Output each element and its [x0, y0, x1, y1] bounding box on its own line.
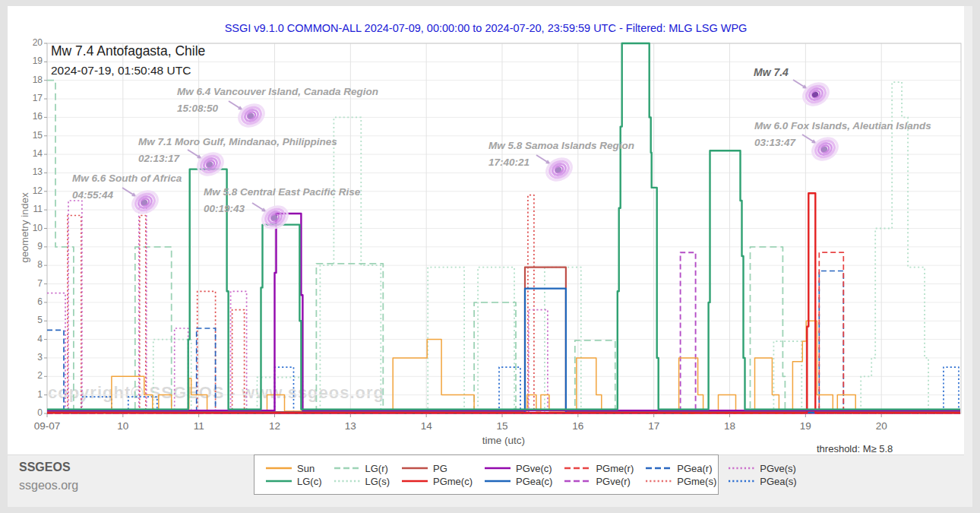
legend-item: PG	[401, 463, 473, 474]
legend-label: PGve(r)	[596, 476, 631, 487]
main-event-callout: Mw 7.4 Antofagasta, Chile 2024-07-19, 01…	[51, 43, 205, 78]
main-event-datetime: 2024-07-19, 01:50:48 UTC	[51, 64, 205, 78]
legend-line-sample	[334, 464, 361, 472]
brand-name: SSGEOS	[19, 461, 71, 474]
legend-item: Sun	[265, 463, 322, 474]
legend-line-sample	[645, 477, 672, 485]
series-PGea(r)	[47, 271, 960, 414]
legend-label: PGme(c)	[433, 476, 473, 487]
earthquake-ripple-icon	[809, 135, 841, 164]
legend-line-sample	[728, 477, 755, 485]
main-event-title: Mw 7.4 Antofagasta, Chile	[51, 43, 205, 59]
x-axis-title: time (utc)	[458, 435, 549, 446]
ssgi-chart-page: SSGI v9.1.0 COMMON-ALL 2024-07-09, 00:00…	[0, 0, 980, 513]
earthquake-ripple-icon	[543, 155, 575, 185]
legend-label: PG	[433, 463, 447, 474]
legend-label: PGme(r)	[596, 463, 634, 474]
legend-item: PGme(s)	[645, 476, 716, 487]
series-LG(s)	[47, 82, 960, 413]
legend-item: PGea(s)	[728, 476, 796, 487]
earthquake-ripple-icon	[259, 203, 291, 233]
legend-line-sample	[564, 477, 591, 485]
series-PGme(r)	[47, 252, 960, 413]
brand-url-link[interactable]: ssgeos.org	[19, 479, 78, 492]
legend-item: PGea(c)	[484, 476, 552, 487]
legend-line-sample	[484, 464, 511, 472]
legend-label: LG(r)	[365, 463, 388, 474]
legend-line-sample	[484, 477, 511, 485]
legend-label: Sun	[297, 463, 315, 474]
legend-item: PGea(r)	[645, 463, 716, 474]
legend-label: PGea(c)	[516, 476, 552, 487]
series-Sun	[47, 321, 960, 411]
chart-title: SSGI v9.1.0 COMMON-ALL 2024-07-09, 00:00…	[8, 22, 964, 34]
threshold-label: threshold: M≥ 5.8	[817, 443, 893, 454]
legend-label: PGve(s)	[760, 463, 796, 474]
series-PGve(r)	[47, 252, 960, 413]
legend-line-sample	[645, 464, 672, 472]
legend-item: PGve(s)	[728, 463, 796, 474]
legend-item: PGme(c)	[401, 476, 473, 487]
legend-line-sample	[401, 477, 428, 485]
legend-item: PGve(c)	[484, 463, 552, 474]
legend-label: PGea(r)	[677, 463, 712, 474]
y-axis-title: geometry index	[19, 182, 30, 274]
legend-item: LG(s)	[334, 476, 390, 487]
legend-line-sample	[265, 477, 292, 485]
legend-label: PGme(s)	[677, 476, 716, 487]
legend-label: PGea(s)	[760, 476, 796, 487]
series-PGme(s)	[47, 195, 960, 413]
legend-item: LG(c)	[265, 476, 322, 487]
legend-label: PGve(c)	[516, 463, 552, 474]
legend-line-sample	[564, 464, 591, 472]
legend-label: LG(c)	[297, 476, 322, 487]
series-PGea(c)	[47, 289, 960, 413]
earthquake-ripple-icon	[236, 101, 267, 131]
earthquake-ripple-icon	[129, 188, 161, 217]
legend-item: PGme(r)	[564, 463, 634, 474]
legend-line-sample	[728, 464, 755, 472]
legend-label: LG(s)	[365, 476, 390, 487]
series-PGve(c)	[47, 214, 960, 410]
earthquake-ripple-icon	[194, 150, 226, 179]
legend: SunLG(r)PGPGve(c)PGme(r)PGea(r)PGve(s)LG…	[254, 454, 719, 495]
legend-line-sample	[401, 464, 428, 472]
earthquake-ripple-icon	[800, 80, 832, 109]
series-PGea(s)	[47, 367, 960, 413]
legend-item: LG(r)	[334, 463, 390, 474]
legend-item: PGve(r)	[564, 476, 634, 487]
series-PGve(s)	[47, 201, 960, 413]
legend-line-sample	[265, 464, 292, 472]
legend-line-sample	[334, 477, 361, 485]
